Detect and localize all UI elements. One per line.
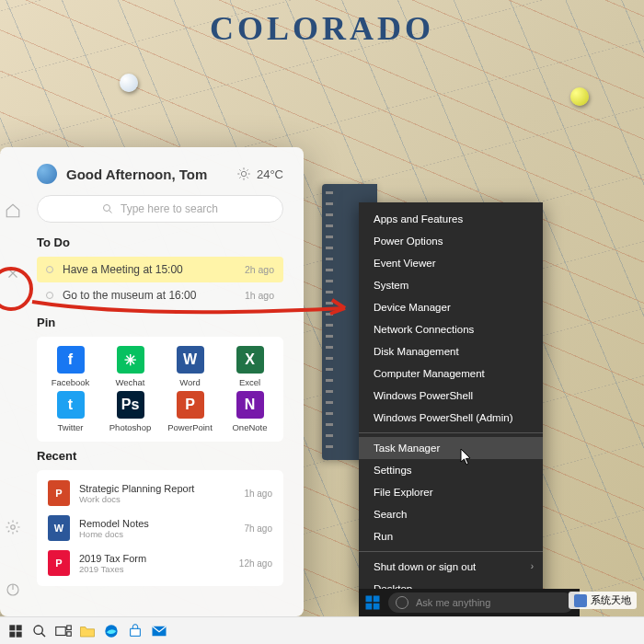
svg-point-9 bbox=[103, 205, 109, 212]
temperature-text: 24°C bbox=[257, 167, 283, 181]
mouse-cursor bbox=[460, 448, 473, 466]
app-icon: N bbox=[236, 391, 264, 419]
start-button[interactable] bbox=[6, 621, 26, 641]
svg-line-23 bbox=[41, 633, 45, 637]
tools-icon[interactable] bbox=[5, 265, 21, 282]
map-title: COLORADO bbox=[210, 9, 434, 48]
context-menu-item[interactable]: Apps and Features bbox=[359, 208, 543, 230]
start-button-secondary[interactable] bbox=[364, 594, 381, 611]
app-label: OneNote bbox=[232, 422, 267, 432]
svg-rect-25 bbox=[67, 626, 72, 630]
watermark-text: 系统天地 bbox=[591, 593, 631, 607]
recent-list: P Strategic Planning Report Work docs 1h… bbox=[37, 470, 283, 586]
context-menu-item[interactable]: File Explorer bbox=[359, 481, 543, 503]
power-icon[interactable] bbox=[5, 581, 21, 598]
context-menu-item[interactable]: Windows PowerShell (Admin) bbox=[359, 407, 543, 429]
recent-item[interactable]: W Remodel Notes Home docs 7h ago bbox=[40, 511, 280, 546]
todo-item[interactable]: Have a Meeting at 15:00 2h ago bbox=[37, 257, 283, 282]
pin-section-title: Pin bbox=[37, 316, 283, 329]
context-menu-item[interactable]: Computer Management bbox=[359, 362, 543, 385]
todo-item[interactable]: Go to the museum at 16:00 1h ago bbox=[37, 282, 283, 308]
file-explorer-taskbar[interactable] bbox=[77, 621, 98, 641]
todo-time: 2h ago bbox=[245, 264, 274, 275]
pin-app-word[interactable]: W Word bbox=[162, 346, 218, 387]
svg-rect-24 bbox=[56, 627, 66, 635]
context-menu-item[interactable]: Device Manager bbox=[359, 296, 543, 318]
settings-icon[interactable] bbox=[5, 519, 21, 535]
svg-line-8 bbox=[247, 169, 247, 170]
svg-point-22 bbox=[34, 626, 42, 634]
pin-app-photoshop[interactable]: Ps Photoshop bbox=[102, 391, 158, 432]
pin-app-wechat[interactable]: ✳ Wechat bbox=[102, 346, 158, 387]
sun-icon bbox=[236, 167, 251, 181]
submenu-arrow-icon: › bbox=[531, 561, 534, 571]
pin-app-facebook[interactable]: f Facebook bbox=[42, 346, 98, 387]
store-taskbar[interactable] bbox=[125, 621, 145, 641]
todo-section-title: To Do bbox=[37, 236, 283, 249]
weather-widget[interactable]: 24°C bbox=[236, 167, 283, 181]
svg-line-10 bbox=[109, 211, 111, 213]
context-menu-item[interactable]: Run bbox=[359, 525, 543, 547]
svg-line-5 bbox=[239, 169, 240, 170]
context-menu-item[interactable]: Search bbox=[359, 503, 543, 525]
svg-rect-21 bbox=[17, 631, 22, 637]
svg-rect-20 bbox=[9, 631, 15, 637]
cortana-search[interactable]: Ask me anything bbox=[388, 592, 574, 613]
task-view-icon[interactable] bbox=[53, 621, 74, 641]
taskbar bbox=[0, 616, 644, 644]
todo-checkbox[interactable] bbox=[46, 292, 53, 299]
recent-title: Strategic Planning Report bbox=[79, 483, 235, 494]
app-icon: ✳ bbox=[117, 346, 144, 374]
context-menu-item[interactable]: Network Connections bbox=[359, 318, 543, 340]
winx-context-menu: Apps and FeaturesPower OptionsEvent View… bbox=[359, 202, 543, 605]
svg-line-6 bbox=[247, 177, 247, 178]
pin-app-excel[interactable]: X Excel bbox=[222, 346, 278, 387]
cortana-placeholder: Ask me anything bbox=[416, 597, 490, 608]
pin-app-powerpoint[interactable]: P PowerPoint bbox=[162, 391, 218, 432]
svg-rect-15 bbox=[374, 596, 380, 603]
recent-subtitle: 2019 Taxes bbox=[79, 564, 230, 574]
svg-rect-18 bbox=[9, 625, 15, 630]
context-menu-item[interactable]: System bbox=[359, 274, 543, 296]
context-menu-item[interactable]: Windows PowerShell bbox=[359, 385, 543, 407]
watermark-logo bbox=[574, 594, 587, 607]
home-icon[interactable] bbox=[5, 202, 21, 219]
context-menu-item[interactable]: Task Manager bbox=[359, 437, 543, 459]
recent-title: 2019 Tax Form bbox=[79, 553, 230, 564]
context-menu-item[interactable]: Power Options bbox=[359, 230, 543, 252]
app-icon: f bbox=[57, 346, 85, 374]
search-input[interactable]: Type here to search bbox=[37, 195, 283, 223]
todo-checkbox[interactable] bbox=[46, 266, 53, 273]
file-icon: P bbox=[48, 480, 70, 506]
todo-text: Go to the museum at 16:00 bbox=[63, 289, 196, 302]
app-icon: X bbox=[236, 346, 264, 374]
app-label: Word bbox=[179, 377, 201, 387]
pin-app-onenote[interactable]: N OneNote bbox=[222, 391, 278, 432]
recent-item[interactable]: P Strategic Planning Report Work docs 1h… bbox=[40, 476, 280, 511]
svg-point-0 bbox=[241, 171, 246, 176]
recent-time: 7h ago bbox=[244, 523, 272, 534]
watermark: 系统天地 bbox=[569, 592, 637, 609]
edge-taskbar[interactable] bbox=[101, 621, 121, 641]
pin-app-twitter[interactable]: t Twitter bbox=[42, 391, 98, 432]
app-label: Twitter bbox=[58, 422, 84, 432]
app-icon: t bbox=[57, 391, 85, 419]
start-panel: Good Afternoon, Tom 24°C Type here to se… bbox=[0, 147, 304, 616]
search-placeholder: Type here to search bbox=[121, 202, 218, 215]
context-menu-item[interactable]: Shut down or sign out› bbox=[359, 556, 543, 578]
recent-subtitle: Work docs bbox=[79, 494, 235, 504]
svg-rect-26 bbox=[67, 631, 72, 636]
context-menu-item[interactable]: Disk Management bbox=[359, 340, 543, 362]
context-menu-item[interactable]: Settings bbox=[359, 459, 543, 481]
todo-text: Have a Meeting at 15:00 bbox=[63, 263, 183, 276]
globe-icon bbox=[37, 164, 57, 184]
search-taskbar-icon[interactable] bbox=[29, 621, 50, 641]
recent-time: 1h ago bbox=[244, 489, 272, 499]
app-label: Photoshop bbox=[109, 422, 151, 432]
search-icon bbox=[102, 203, 113, 214]
pushpin-decor bbox=[120, 74, 138, 92]
mail-taskbar[interactable] bbox=[149, 621, 169, 641]
context-menu-item[interactable]: Event Viewer bbox=[359, 252, 543, 274]
recent-item[interactable]: P 2019 Tax Form 2019 Taxes 12h ago bbox=[40, 546, 280, 581]
svg-point-11 bbox=[11, 525, 16, 530]
